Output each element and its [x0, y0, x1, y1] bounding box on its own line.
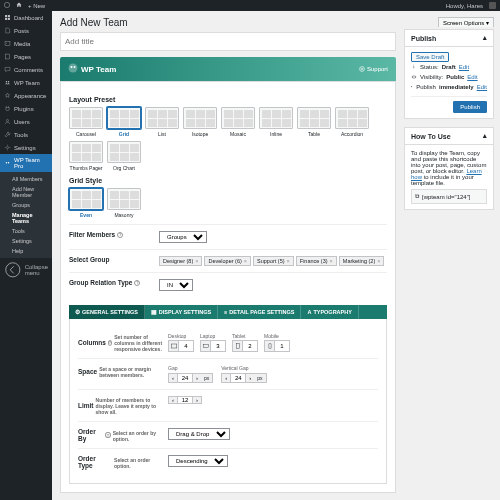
preset-even[interactable]: Even [69, 188, 103, 218]
menu-settings[interactable]: Settings [0, 141, 52, 154]
submenu-manage-teams[interactable]: Manage Teams [0, 210, 52, 226]
preset-grid[interactable]: Grid [107, 107, 141, 137]
menu-comments[interactable]: Comments [0, 63, 52, 76]
edit-visibility-link[interactable]: Edit [467, 74, 477, 80]
svg-point-0 [4, 2, 9, 7]
ordertype-select[interactable]: Descending [168, 455, 228, 467]
column-mobile-input[interactable] [264, 340, 290, 352]
group-relation-select[interactable]: IN [159, 279, 193, 291]
copy-icon[interactable]: ⧉ [415, 193, 419, 200]
edit-status-link[interactable]: Edit [459, 64, 469, 70]
svg-point-6 [6, 43, 7, 44]
menu-dashboard[interactable]: Dashboard [0, 11, 52, 24]
publish-button[interactable]: Publish [453, 101, 487, 113]
svg-rect-7 [6, 54, 10, 59]
menu-media[interactable]: Media [0, 37, 52, 50]
preset-carousel[interactable]: Carousel [69, 107, 103, 137]
submenu-settings[interactable]: Settings [0, 236, 52, 246]
avatar[interactable] [489, 2, 496, 9]
chip[interactable]: Marketing (2) × [339, 256, 385, 266]
svg-point-16 [71, 66, 73, 68]
svg-rect-22 [236, 344, 239, 349]
support-link[interactable]: Support [359, 66, 388, 72]
svg-point-18 [360, 67, 365, 72]
orderby-select[interactable]: Drag & Drop [168, 428, 230, 440]
columns-label: Columns [78, 339, 106, 346]
svg-rect-24 [411, 86, 413, 87]
edit-publish-link[interactable]: Edit [477, 84, 487, 90]
menu-tools[interactable]: Tools [0, 128, 52, 141]
preset-table[interactable]: Table [297, 107, 331, 137]
chip[interactable]: Support (5) × [253, 256, 294, 266]
preset-thumbs-pager[interactable]: Thumbs Pager [69, 141, 103, 171]
svg-rect-2 [8, 15, 10, 17]
column-laptop-input[interactable] [200, 340, 226, 352]
svg-rect-5 [5, 42, 10, 46]
save-draft-button[interactable]: Save Draft [411, 52, 449, 62]
collapse-menu[interactable]: Collapse menu [0, 258, 52, 282]
chip-remove-icon[interactable]: × [330, 258, 333, 264]
vgap-input[interactable]: ‹›px [221, 373, 266, 383]
tab-icon: ▦ [151, 309, 157, 315]
svg-rect-21 [203, 344, 208, 347]
limit-input[interactable]: ‹› [168, 396, 202, 404]
help-icon[interactable]: ? [108, 340, 112, 346]
home-icon[interactable] [16, 2, 22, 9]
admin-bar: + New Howdy, Hares [0, 0, 500, 11]
help-icon[interactable]: ? [117, 232, 123, 238]
howdy-text[interactable]: Howdy, Hares [446, 3, 483, 9]
title-input[interactable] [60, 32, 396, 51]
preset-mosaic[interactable]: Mosaic [221, 107, 255, 137]
tab-typography[interactable]: A TYPOGRAPHY [301, 305, 359, 319]
svg-rect-1 [5, 15, 7, 17]
screen-options-button[interactable]: Screen Options ▾ [438, 17, 494, 27]
svg-rect-23 [268, 344, 270, 349]
column-desktop-input[interactable] [168, 340, 194, 352]
gap-input[interactable]: ‹›px [168, 373, 213, 383]
help-icon[interactable]: ? [105, 432, 111, 438]
help-icon[interactable]: ? [134, 280, 140, 286]
preset-isotope[interactable]: Isotope [183, 107, 217, 137]
calendar-icon [411, 84, 413, 90]
menu-wp-team-pro[interactable]: WP Team Pro [0, 154, 52, 172]
filter-members-select[interactable]: Groups [159, 231, 207, 243]
svg-point-17 [74, 66, 76, 68]
chip-remove-icon[interactable]: × [377, 258, 380, 264]
svg-point-13 [8, 162, 9, 163]
chip-remove-icon[interactable]: × [244, 258, 247, 264]
chip[interactable]: Finance (3) × [296, 256, 337, 266]
tab-detail-page-settings[interactable]: ≡ DETAIL PAGE SETTINGS [218, 305, 301, 319]
shortcode-box[interactable]: ⧉[wpteam id="124"] [411, 189, 487, 204]
submenu-all-members[interactable]: All Members [0, 174, 52, 184]
tab-general-settings[interactable]: ⚙ GENERAL SETTINGS [69, 305, 145, 319]
menu-wp-team[interactable]: WP Team [0, 76, 52, 89]
menu-users[interactable]: Users [0, 115, 52, 128]
submenu-groups[interactable]: Groups [0, 200, 52, 210]
tab-display-settings[interactable]: ▦ DISPLAY SETTINGS [145, 305, 218, 319]
menu-appearance[interactable]: Appearance [0, 89, 52, 102]
preset-accordion[interactable]: Accordion [335, 107, 369, 137]
ordertype-label: Order Type [78, 455, 112, 469]
submenu-help[interactable]: Help [0, 246, 52, 256]
column-tablet-input[interactable] [232, 340, 258, 352]
chip-remove-icon[interactable]: × [287, 258, 290, 264]
preset-inline[interactable]: Inline [259, 107, 293, 137]
submenu-add-new-member[interactable]: Add New Member [0, 184, 52, 200]
chip-remove-icon[interactable]: × [195, 258, 198, 264]
menu-posts[interactable]: Posts [0, 24, 52, 37]
preset-list[interactable]: List [145, 107, 179, 137]
group-relation-label: Group Relation Type [69, 279, 132, 286]
menu-plugins[interactable]: Plugins [0, 102, 52, 115]
submenu-tools[interactable]: Tools [0, 226, 52, 236]
select-group-label: Select Group [69, 256, 109, 263]
chip[interactable]: Designer (8) × [159, 256, 202, 266]
wp-logo-icon[interactable] [4, 2, 10, 9]
menu-pages[interactable]: Pages [0, 50, 52, 63]
preset-masonry[interactable]: Masonry [107, 188, 141, 218]
brand-bar: WP Team Support [60, 57, 396, 81]
chip[interactable]: Developer (6) × [204, 256, 251, 266]
toggle-icon[interactable]: ▴ [483, 34, 487, 42]
new-link[interactable]: + New [28, 3, 45, 9]
toggle-icon[interactable]: ▴ [483, 132, 487, 140]
preset-org-chart[interactable]: Org Chart [107, 141, 141, 171]
